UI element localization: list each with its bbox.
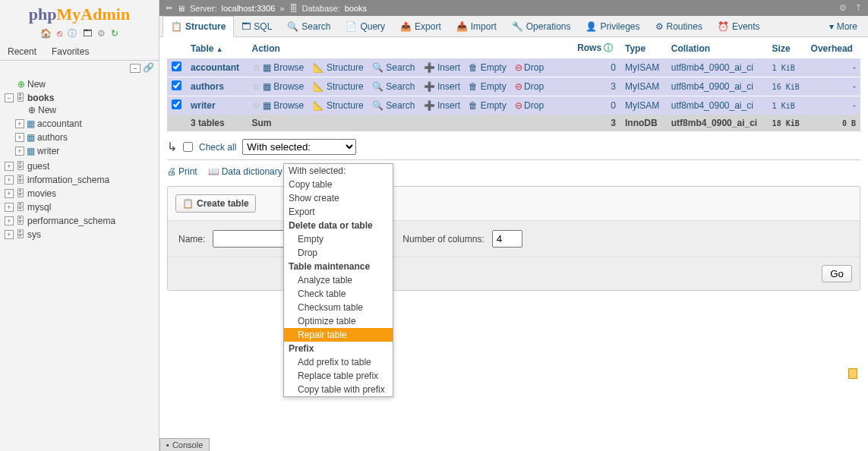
sql-icon[interactable]: 🗔 xyxy=(83,28,92,39)
tab-import[interactable]: 📥Import xyxy=(449,16,504,36)
plus-icon[interactable]: + xyxy=(15,119,24,128)
reload-icon[interactable]: ↻ xyxy=(111,28,118,39)
col-table[interactable]: Table ▲ xyxy=(186,39,248,58)
browse-link[interactable]: ▦ Browse xyxy=(263,100,304,111)
go-button[interactable]: Go xyxy=(822,265,852,282)
tab-structure[interactable]: 📋Structure xyxy=(163,16,234,37)
collation-val[interactable]: utf8mb4_0900_ai_ci xyxy=(667,77,768,96)
tab-query[interactable]: 📄Query xyxy=(338,16,393,36)
tree-db-movies[interactable]: + 🗄 movies xyxy=(5,188,154,199)
star-icon[interactable]: ☆ xyxy=(252,62,260,73)
checkall-checkbox[interactable] xyxy=(183,142,193,152)
tree-db-information_schema[interactable]: + 🗄 information_schema xyxy=(5,175,154,185)
tree-db-mysql[interactable]: + 🗄 mysql xyxy=(5,202,154,213)
menu-item-optimize-table[interactable]: Optimize table xyxy=(284,314,393,328)
help-icon[interactable]: ⓘ xyxy=(68,28,77,39)
tree-db-guest[interactable]: + 🗄 guest xyxy=(5,161,154,172)
tab-search[interactable]: 🔍Search xyxy=(279,16,338,36)
tree-item-authors[interactable]: + ▦ authors xyxy=(5,132,154,143)
plus-icon[interactable]: + xyxy=(5,175,14,184)
star-icon[interactable]: ☆ xyxy=(252,100,260,111)
home-icon[interactable]: 🏠 xyxy=(40,28,52,39)
search-link[interactable]: 🔍 Search xyxy=(372,62,415,73)
plus-icon[interactable]: + xyxy=(5,203,14,212)
menu-item-empty[interactable]: Empty xyxy=(284,232,393,246)
print-link[interactable]: 🖨Print xyxy=(167,166,197,177)
tab-sql[interactable]: 🗔SQL xyxy=(234,16,279,36)
menu-item-drop[interactable]: Drop xyxy=(284,246,393,260)
console-toggle[interactable]: ▪ Console xyxy=(159,438,210,451)
menu-item-add-prefix-to-table[interactable]: Add prefix to table xyxy=(284,355,393,369)
structure-link[interactable]: 📐 Structure xyxy=(313,62,364,73)
menu-item-replace-table-prefix[interactable]: Replace table prefix xyxy=(284,369,393,383)
link-icon[interactable]: 🔗 xyxy=(143,62,154,73)
tab-recent[interactable]: Recent xyxy=(0,43,44,60)
tree-db-books[interactable]: −🗄books xyxy=(5,93,154,103)
drop-link[interactable]: ⊖ Drop xyxy=(515,100,544,111)
plus-icon[interactable]: + xyxy=(15,147,24,156)
search-link[interactable]: 🔍 Search xyxy=(372,81,415,92)
tab-events[interactable]: ⏰Events xyxy=(710,16,768,36)
menu-item-copy-table-with-prefix[interactable]: Copy table with prefix xyxy=(284,383,393,396)
plus-icon[interactable]: + xyxy=(15,133,24,142)
browse-link[interactable]: ▦ Browse xyxy=(263,81,304,92)
row-checkbox[interactable] xyxy=(172,99,181,109)
collation-val[interactable]: utf8mb4_0900_ai_ci xyxy=(667,58,768,77)
tree-new[interactable]: ⊕New xyxy=(5,79,154,90)
star-icon[interactable]: ☆ xyxy=(252,81,260,92)
collapse-icon[interactable]: − xyxy=(130,64,140,73)
gear-icon[interactable]: ⚙ xyxy=(839,3,847,13)
checkall-label[interactable]: Check all xyxy=(199,142,236,153)
table-name[interactable]: accountant xyxy=(191,62,239,73)
tab-more[interactable]: ▾More xyxy=(822,16,865,36)
menu-item-with-selected:[interactable]: With selected: xyxy=(284,164,393,178)
minus-icon[interactable]: − xyxy=(5,93,14,102)
menu-item-show-create[interactable]: Show create xyxy=(284,191,393,205)
exit-icon[interactable]: ⎋ xyxy=(57,28,62,39)
structure-link[interactable]: 📐 Structure xyxy=(313,81,364,92)
collation-val[interactable]: utf8mb4_0900_ai_ci xyxy=(667,96,768,115)
logo[interactable]: phpMyAdmin xyxy=(0,0,159,26)
tab-routines[interactable]: ⚙Routines xyxy=(648,16,710,36)
plus-icon[interactable]: + xyxy=(5,189,14,198)
tab-privileges[interactable]: 👤Privileges xyxy=(578,16,647,36)
menu-item-copy-table[interactable]: Copy table xyxy=(284,178,393,191)
info-icon[interactable]: ⓘ xyxy=(604,43,613,53)
breadcrumb-db[interactable]: books xyxy=(345,4,367,13)
create-table-button[interactable]: 📋 Create table xyxy=(175,194,256,213)
menu-item-analyze-table[interactable]: Analyze table xyxy=(284,273,393,287)
tab-operations[interactable]: 🔧Operations xyxy=(504,16,579,36)
browse-link[interactable]: ▦ Browse xyxy=(263,62,304,73)
num-columns-input[interactable] xyxy=(492,230,522,248)
structure-link[interactable]: 📐 Structure xyxy=(313,100,364,111)
tree-item-new[interactable]: ⊕ New xyxy=(5,105,154,115)
menu-item-checksum-table[interactable]: Checksum table xyxy=(284,301,393,314)
tree-db-sys[interactable]: + 🗄 sys xyxy=(5,229,154,240)
tab-favorites[interactable]: Favorites xyxy=(44,43,96,60)
plus-icon[interactable]: + xyxy=(5,162,14,171)
table-name[interactable]: authors xyxy=(191,81,224,92)
table-name[interactable]: writer xyxy=(191,100,216,111)
menu-item-check-table[interactable]: Check table xyxy=(284,287,393,301)
settings-icon[interactable]: ⚙ xyxy=(97,28,106,39)
tab-export[interactable]: 📤Export xyxy=(393,16,449,36)
plus-icon[interactable]: + xyxy=(5,216,14,226)
col-rows[interactable]: Rows ⓘ xyxy=(573,39,620,58)
row-checkbox[interactable] xyxy=(172,62,181,71)
empty-link[interactable]: 🗑 Empty xyxy=(469,100,506,111)
search-link[interactable]: 🔍 Search xyxy=(372,100,415,111)
empty-link[interactable]: 🗑 Empty xyxy=(469,81,506,92)
page-exit-icon[interactable]: ⤒ xyxy=(855,3,862,13)
breadcrumb-server[interactable]: localhost:3306 xyxy=(221,4,275,13)
insert-link[interactable]: ➕ Insert xyxy=(424,100,460,111)
insert-link[interactable]: ➕ Insert xyxy=(424,81,460,92)
with-selected-dropdown[interactable]: With selected: xyxy=(242,139,356,155)
menu-item-export[interactable]: Export xyxy=(284,205,393,219)
nav-toggle-icon[interactable]: ⬅ xyxy=(166,3,172,13)
row-checkbox[interactable] xyxy=(172,80,181,90)
drop-link[interactable]: ⊖ Drop xyxy=(515,62,544,73)
bookmark-icon[interactable] xyxy=(848,368,857,379)
insert-link[interactable]: ➕ Insert xyxy=(424,62,460,73)
tree-item-accountant[interactable]: + ▦ accountant xyxy=(5,118,154,129)
tree-item-writer[interactable]: + ▦ writer xyxy=(5,146,154,156)
